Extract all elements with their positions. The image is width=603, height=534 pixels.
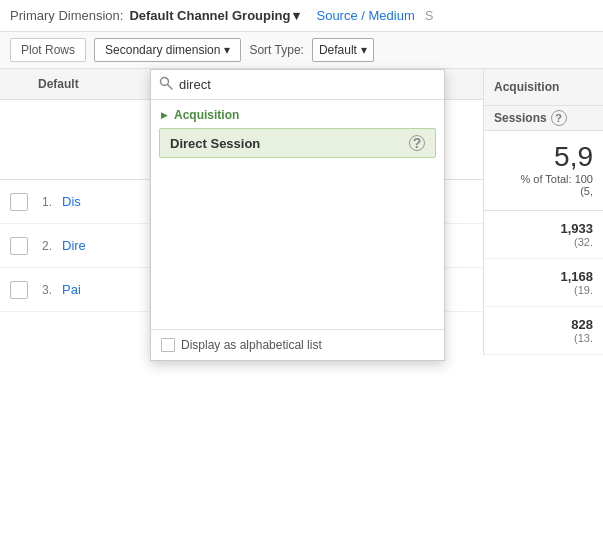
stats-row-3: 828 (13. [484,307,603,355]
row-1-checkbox[interactable] [10,193,28,211]
secondary-dim-search-input[interactable] [179,77,436,92]
sessions-label: Sessions [494,111,547,125]
acquisition-chevron-icon [161,108,170,122]
secondary-dim-label: Secondary dimension [105,43,220,57]
total-sessions-value: 5,9 [494,141,593,173]
total-pct-text: % of Total: 100 [494,173,593,185]
acquisition-category-label: Acquisition [161,108,434,122]
acquisition-category: Acquisition [151,100,444,124]
sessions-total: 5,9 % of Total: 100 (5, [484,131,603,211]
row-2-number: 2. [32,239,52,253]
stats-area: Acquisition Sessions ? 5,9 % of Total: 1… [483,69,603,355]
alphabetical-list-checkbox[interactable] [161,338,175,352]
dropdown-body: Acquisition Direct Session ? Display as … [151,100,444,360]
primary-dim-chevron-icon [293,8,300,23]
row-3-number: 3. [32,283,52,297]
row-2-link[interactable]: Dire [62,238,86,253]
sessions-help-icon[interactable]: ? [551,110,567,126]
secondary-dim-dropdown: Acquisition Direct Session ? Display as … [150,69,445,361]
sort-type-label: Sort Type: [249,43,303,57]
acquisition-label: Acquisition [494,80,559,94]
total-pct2-text: (5, [494,185,593,197]
default-channel-col-header: Default [38,77,79,91]
row-2-pct: (19. [574,284,593,296]
row-3-sessions: 828 [571,317,593,332]
dropdown-footer: Display as alphabetical list [151,329,444,360]
row-1-pct: (32. [574,236,593,248]
row-3-link[interactable]: Pai [62,282,81,297]
primary-dim-label: Primary Dimension: [10,8,123,23]
top-bar: Primary Dimension: Default Channel Group… [0,0,603,32]
row-2-checkbox[interactable] [10,237,28,255]
source-medium-link[interactable]: Source / Medium [316,8,414,23]
sort-type-dropdown[interactable]: Default [312,38,374,62]
stats-row-2: 1,168 (19. [484,259,603,307]
main-content: Default 1. Dis 2. Dire 3. Pai Acquisitio… [0,69,603,355]
plot-rows-button[interactable]: Plot Rows [10,38,86,62]
dropdown-search-row [151,70,444,100]
primary-dim-value-text: Default Channel Grouping [129,8,290,23]
direct-session-label: Direct Session [170,136,260,151]
secondary-dim-chevron-icon [224,43,230,57]
primary-dim-dropdown[interactable]: Default Channel Grouping [129,8,300,23]
row-1-number: 1. [32,195,52,209]
direct-session-item[interactable]: Direct Session ? [159,128,436,158]
sort-type-value: Default [319,43,357,57]
alphabetical-list-label: Display as alphabetical list [181,338,322,352]
direct-session-help-icon[interactable]: ? [409,135,425,151]
row-3-pct: (13. [574,332,593,344]
secondary-toolbar: Plot Rows Secondary dimension Sort Type:… [0,32,603,69]
row-1-link[interactable]: Dis [62,194,81,209]
sort-type-chevron-icon [361,43,367,57]
secondary-dimension-button[interactable]: Secondary dimension [94,38,241,62]
source-medium-divider: S [425,8,434,23]
search-icon [159,76,173,93]
row-3-checkbox[interactable] [10,281,28,299]
sessions-header: Sessions ? [484,106,603,131]
row-2-sessions: 1,168 [560,269,593,284]
stats-header: Acquisition [484,69,603,106]
row-1-sessions: 1,933 [560,221,593,236]
acquisition-category-text: Acquisition [174,108,239,122]
stats-row-1: 1,933 (32. [484,211,603,259]
svg-line-1 [168,85,173,90]
